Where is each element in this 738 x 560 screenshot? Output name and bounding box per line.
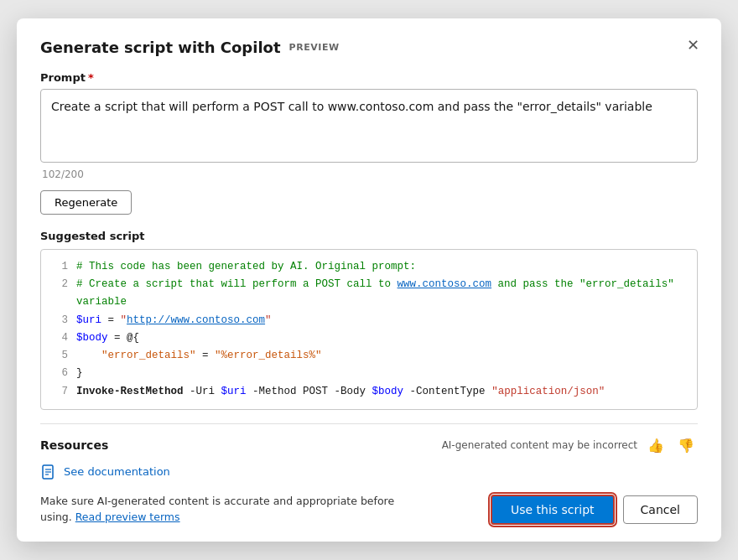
resources-header: Resources AI-generated content may be in… bbox=[40, 436, 698, 455]
thumbup-button[interactable]: 👍 bbox=[644, 436, 668, 455]
contoso-link-line2[interactable]: www.contoso.com bbox=[398, 278, 492, 290]
dialog-footer: Make sure AI-generated content is accura… bbox=[40, 494, 698, 526]
code-line-5: 5 "error_details" = "%error_details%" bbox=[53, 347, 685, 365]
dialog-title: Generate script with Copilot bbox=[40, 39, 281, 56]
required-marker: * bbox=[88, 71, 94, 84]
footer-buttons: Use this script Cancel bbox=[491, 495, 698, 525]
contoso-link-line3[interactable]: http://www.contoso.com bbox=[127, 314, 265, 326]
thumbup-icon: 👍 bbox=[647, 438, 664, 453]
preview-badge: PREVIEW bbox=[289, 42, 340, 53]
prompt-label: Prompt * bbox=[40, 71, 698, 84]
resources-section: Resources AI-generated content may be in… bbox=[40, 423, 698, 480]
code-line-6: 6 } bbox=[53, 365, 685, 382]
dialog-header: Generate script with Copilot PREVIEW bbox=[40, 39, 698, 56]
ai-notice: AI-generated content may be incorrect 👍 … bbox=[442, 436, 698, 455]
document-icon bbox=[40, 464, 57, 480]
code-line-3: 3 $uri = "http://www.contoso.com" bbox=[53, 312, 685, 329]
code-line-7: 7 Invoke-RestMethod -Uri $uri -Method PO… bbox=[53, 383, 685, 401]
prompt-input[interactable]: Create a script that will perform a POST… bbox=[40, 89, 698, 163]
use-this-script-button[interactable]: Use this script bbox=[491, 495, 615, 525]
close-button[interactable]: ✕ bbox=[681, 34, 704, 57]
close-icon: ✕ bbox=[687, 36, 699, 54]
read-preview-terms-link[interactable]: Read preview terms bbox=[75, 511, 180, 523]
cancel-button[interactable]: Cancel bbox=[623, 495, 698, 524]
code-box: 1 # This code has been generated by AI. … bbox=[40, 249, 698, 410]
thumbdown-button[interactable]: 👎 bbox=[674, 436, 698, 455]
char-count: 102/200 bbox=[40, 169, 698, 180]
code-line-2: 2 # Create a script that will perform a … bbox=[53, 276, 685, 312]
code-line-4: 4 $body = @{ bbox=[53, 329, 685, 347]
thumbdown-icon: 👎 bbox=[678, 438, 694, 453]
footer-text: Make sure AI-generated content is accura… bbox=[40, 494, 426, 526]
see-documentation-link[interactable]: See documentation bbox=[40, 464, 698, 480]
resources-title: Resources bbox=[40, 438, 108, 452]
regenerate-button[interactable]: Regenerate bbox=[40, 190, 132, 215]
generate-script-dialog: Generate script with Copilot PREVIEW ✕ P… bbox=[17, 18, 721, 542]
suggested-script-label: Suggested script bbox=[40, 230, 698, 242]
code-line-1: 1 # This code has been generated by AI. … bbox=[53, 258, 685, 276]
